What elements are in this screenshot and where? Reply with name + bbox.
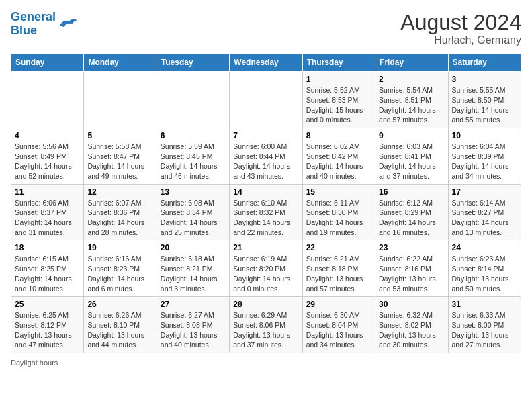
day-cell: 24Sunrise: 6:23 AMSunset: 8:14 PMDayligh… xyxy=(448,240,521,297)
day-cell: 4Sunrise: 5:56 AMSunset: 8:49 PMDaylight… xyxy=(11,128,84,184)
day-info: Sunrise: 6:25 AMSunset: 8:12 PMDaylight:… xyxy=(15,310,80,350)
day-number: 29 xyxy=(306,300,371,309)
day-number: 3 xyxy=(452,75,517,84)
calendar-body: 1Sunrise: 5:52 AMSunset: 8:53 PMDaylight… xyxy=(11,72,521,353)
day-info: Sunrise: 6:11 AMSunset: 8:30 PMDaylight:… xyxy=(306,198,371,238)
day-cell xyxy=(230,72,302,128)
day-info: Sunrise: 5:58 AMSunset: 8:47 PMDaylight:… xyxy=(87,142,152,181)
day-cell: 14Sunrise: 6:10 AMSunset: 8:32 PMDayligh… xyxy=(230,184,302,240)
day-cell: 9Sunrise: 6:03 AMSunset: 8:41 PMDaylight… xyxy=(375,128,448,184)
day-info: Sunrise: 6:19 AMSunset: 8:20 PMDaylight:… xyxy=(233,254,298,293)
day-number: 10 xyxy=(452,131,517,140)
day-info: Sunrise: 6:00 AMSunset: 8:44 PMDaylight:… xyxy=(233,142,298,181)
day-info: Sunrise: 6:03 AMSunset: 8:41 PMDaylight:… xyxy=(379,142,444,181)
day-cell: 2Sunrise: 5:54 AMSunset: 8:51 PMDaylight… xyxy=(375,72,448,128)
day-number: 23 xyxy=(379,243,444,253)
day-cell: 11Sunrise: 6:06 AMSunset: 8:37 PMDayligh… xyxy=(11,184,84,240)
day-number: 22 xyxy=(306,243,371,253)
day-cell: 12Sunrise: 6:07 AMSunset: 8:36 PMDayligh… xyxy=(84,184,157,240)
day-cell: 6Sunrise: 5:59 AMSunset: 8:45 PMDaylight… xyxy=(157,128,229,184)
day-number: 4 xyxy=(15,131,80,140)
day-cell: 21Sunrise: 6:19 AMSunset: 8:20 PMDayligh… xyxy=(230,240,302,297)
day-number: 5 xyxy=(87,131,152,140)
day-cell xyxy=(84,72,157,128)
page-subtitle: Hurlach, Germany xyxy=(400,34,521,46)
day-cell: 5Sunrise: 5:58 AMSunset: 8:47 PMDaylight… xyxy=(84,128,157,184)
day-number: 28 xyxy=(233,300,298,309)
day-number: 19 xyxy=(87,243,152,253)
day-cell xyxy=(157,72,229,128)
day-number: 15 xyxy=(306,187,371,197)
daylight-label: Daylight hours xyxy=(11,359,58,367)
header-day-friday: Friday xyxy=(375,54,448,72)
day-cell: 3Sunrise: 5:55 AMSunset: 8:50 PMDaylight… xyxy=(448,72,521,128)
day-info: Sunrise: 6:16 AMSunset: 8:23 PMDaylight:… xyxy=(87,254,152,293)
header-day-sunday: Sunday xyxy=(11,54,84,72)
week-row-2: 11Sunrise: 6:06 AMSunset: 8:37 PMDayligh… xyxy=(11,184,521,240)
page-header: General Blue August 2024 Hurlach, German… xyxy=(11,11,521,46)
day-number: 27 xyxy=(161,300,226,309)
day-info: Sunrise: 5:54 AMSunset: 8:51 PMDaylight:… xyxy=(379,85,444,125)
day-number: 21 xyxy=(233,243,298,253)
day-number: 17 xyxy=(452,187,517,197)
day-info: Sunrise: 6:29 AMSunset: 8:06 PMDaylight:… xyxy=(233,310,298,350)
day-info: Sunrise: 5:55 AMSunset: 8:50 PMDaylight:… xyxy=(452,85,517,125)
day-info: Sunrise: 6:21 AMSunset: 8:18 PMDaylight:… xyxy=(306,254,371,293)
day-cell: 22Sunrise: 6:21 AMSunset: 8:18 PMDayligh… xyxy=(302,240,375,297)
day-number: 24 xyxy=(452,243,517,253)
day-info: Sunrise: 6:12 AMSunset: 8:29 PMDaylight:… xyxy=(379,198,444,238)
header-day-thursday: Thursday xyxy=(302,54,375,72)
day-cell: 27Sunrise: 6:27 AMSunset: 8:08 PMDayligh… xyxy=(157,297,229,353)
day-cell: 30Sunrise: 6:32 AMSunset: 8:02 PMDayligh… xyxy=(375,297,448,353)
day-info: Sunrise: 6:18 AMSunset: 8:21 PMDaylight:… xyxy=(161,254,226,293)
day-cell: 19Sunrise: 6:16 AMSunset: 8:23 PMDayligh… xyxy=(84,240,157,297)
day-info: Sunrise: 6:23 AMSunset: 8:14 PMDaylight:… xyxy=(452,254,517,293)
day-cell: 10Sunrise: 6:04 AMSunset: 8:39 PMDayligh… xyxy=(448,128,521,184)
day-info: Sunrise: 6:30 AMSunset: 8:04 PMDaylight:… xyxy=(306,310,371,350)
day-cell xyxy=(11,72,84,128)
header-day-monday: Monday xyxy=(84,54,157,72)
day-number: 2 xyxy=(379,75,444,84)
day-info: Sunrise: 6:02 AMSunset: 8:42 PMDaylight:… xyxy=(306,142,371,181)
logo-bird-icon xyxy=(58,16,79,32)
day-info: Sunrise: 6:07 AMSunset: 8:36 PMDaylight:… xyxy=(87,198,152,238)
day-info: Sunrise: 6:06 AMSunset: 8:37 PMDaylight:… xyxy=(15,198,80,238)
day-info: Sunrise: 6:10 AMSunset: 8:32 PMDaylight:… xyxy=(233,198,298,238)
day-cell: 18Sunrise: 6:15 AMSunset: 8:25 PMDayligh… xyxy=(11,240,84,297)
logo: General Blue xyxy=(11,11,79,38)
day-cell: 28Sunrise: 6:29 AMSunset: 8:06 PMDayligh… xyxy=(230,297,302,353)
day-cell: 26Sunrise: 6:26 AMSunset: 8:10 PMDayligh… xyxy=(84,297,157,353)
day-number: 9 xyxy=(379,131,444,140)
day-number: 30 xyxy=(379,300,444,309)
day-info: Sunrise: 5:59 AMSunset: 8:45 PMDaylight:… xyxy=(161,142,226,181)
logo-text: General Blue xyxy=(11,11,56,38)
day-info: Sunrise: 6:27 AMSunset: 8:08 PMDaylight:… xyxy=(161,310,226,350)
day-number: 1 xyxy=(306,75,371,84)
header-day-saturday: Saturday xyxy=(448,54,521,72)
day-number: 7 xyxy=(233,131,298,140)
day-cell: 25Sunrise: 6:25 AMSunset: 8:12 PMDayligh… xyxy=(11,297,84,353)
header-day-wednesday: Wednesday xyxy=(230,54,302,72)
day-cell: 17Sunrise: 6:14 AMSunset: 8:27 PMDayligh… xyxy=(448,184,521,240)
day-cell: 7Sunrise: 6:00 AMSunset: 8:44 PMDaylight… xyxy=(230,128,302,184)
title-block: August 2024 Hurlach, Germany xyxy=(400,11,521,46)
week-row-3: 18Sunrise: 6:15 AMSunset: 8:25 PMDayligh… xyxy=(11,240,521,297)
day-number: 12 xyxy=(87,187,152,197)
day-number: 8 xyxy=(306,131,371,140)
day-cell: 29Sunrise: 6:30 AMSunset: 8:04 PMDayligh… xyxy=(302,297,375,353)
day-info: Sunrise: 5:52 AMSunset: 8:53 PMDaylight:… xyxy=(306,85,371,125)
day-cell: 1Sunrise: 5:52 AMSunset: 8:53 PMDaylight… xyxy=(302,72,375,128)
footer: Daylight hours xyxy=(11,359,521,367)
header-row: SundayMondayTuesdayWednesdayThursdayFrid… xyxy=(11,54,521,72)
day-info: Sunrise: 6:04 AMSunset: 8:39 PMDaylight:… xyxy=(452,142,517,181)
logo-general: General xyxy=(11,10,56,24)
week-row-4: 25Sunrise: 6:25 AMSunset: 8:12 PMDayligh… xyxy=(11,297,521,353)
calendar-header: SundayMondayTuesdayWednesdayThursdayFrid… xyxy=(11,54,521,72)
day-info: Sunrise: 6:14 AMSunset: 8:27 PMDaylight:… xyxy=(452,198,517,238)
day-number: 31 xyxy=(452,300,517,309)
day-cell: 8Sunrise: 6:02 AMSunset: 8:42 PMDaylight… xyxy=(302,128,375,184)
day-info: Sunrise: 6:26 AMSunset: 8:10 PMDaylight:… xyxy=(87,310,152,350)
day-cell: 13Sunrise: 6:08 AMSunset: 8:34 PMDayligh… xyxy=(157,184,229,240)
week-row-1: 4Sunrise: 5:56 AMSunset: 8:49 PMDaylight… xyxy=(11,128,521,184)
logo-blue: Blue xyxy=(11,24,37,37)
